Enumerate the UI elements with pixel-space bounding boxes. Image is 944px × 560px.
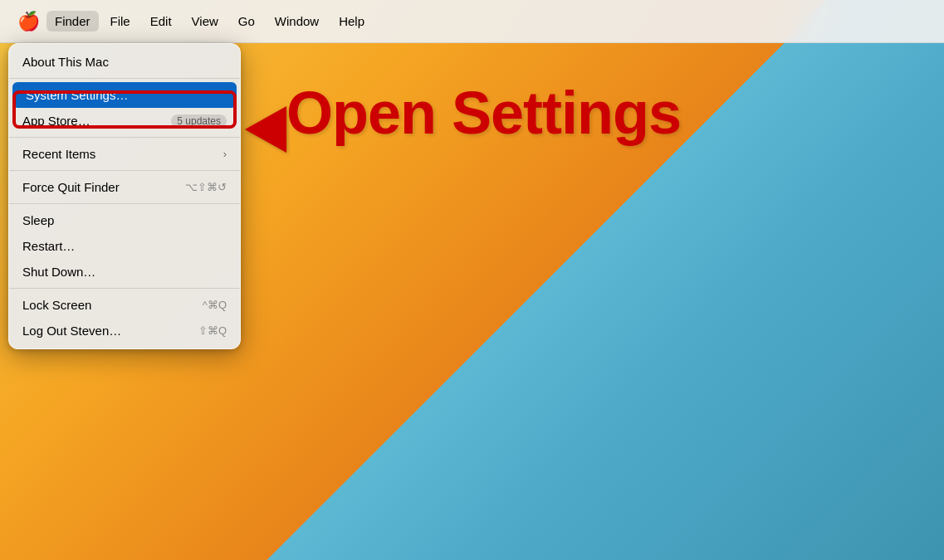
logout-shortcut: ⇧⌘Q: [198, 324, 227, 337]
menu-separator-2: [9, 137, 240, 138]
app-store-badge: 5 updates: [171, 114, 227, 128]
menubar-window[interactable]: Window: [267, 11, 327, 32]
lock-screen-shortcut: ^⌘Q: [203, 299, 227, 311]
menubar-view[interactable]: View: [183, 11, 227, 32]
recent-items-chevron: ›: [223, 148, 227, 160]
menubar-go[interactable]: Go: [230, 11, 263, 32]
menu-separator-3: [9, 170, 240, 171]
menu-item-about[interactable]: About This Mac: [9, 49, 240, 75]
menu-item-sleep[interactable]: Sleep: [9, 207, 240, 233]
menu-item-restart[interactable]: Restart…: [9, 233, 240, 259]
annotation-arrow: [245, 106, 286, 153]
about-label: About This Mac: [22, 55, 109, 69]
menubar-file[interactable]: File: [102, 11, 139, 32]
menu-item-force-quit[interactable]: Force Quit Finder ⌥⇧⌘↺: [9, 174, 240, 200]
apple-menu-button[interactable]: 🍎: [13, 7, 43, 37]
recent-items-label: Recent Items: [22, 147, 95, 161]
shutdown-label: Shut Down…: [22, 265, 95, 279]
apple-icon: 🍎: [17, 11, 40, 32]
menubar-edit[interactable]: Edit: [142, 11, 180, 32]
menubar-finder[interactable]: Finder: [46, 11, 99, 32]
menu-item-logout[interactable]: Log Out Steven… ⇧⌘Q: [9, 318, 240, 343]
menu-item-recent-items[interactable]: Recent Items ›: [9, 141, 240, 167]
menu-item-shutdown[interactable]: Shut Down…: [9, 259, 240, 285]
menu-separator-5: [9, 288, 240, 289]
menubar: 🍎 Finder File Edit View Go Window Help: [0, 0, 944, 43]
restart-label: Restart…: [22, 239, 75, 253]
arrow-icon: [245, 106, 286, 153]
system-settings-label: System Settings…: [26, 88, 128, 102]
menubar-help[interactable]: Help: [330, 11, 373, 32]
force-quit-label: Force Quit Finder: [22, 180, 120, 194]
open-settings-annotation: Open Settings: [286, 79, 681, 147]
sleep-label: Sleep: [22, 213, 54, 227]
lock-screen-label: Lock Screen: [22, 298, 91, 312]
menu-separator-4: [9, 203, 240, 204]
menu-separator-1: [9, 78, 240, 79]
menu-item-system-settings[interactable]: System Settings…: [12, 82, 237, 108]
app-store-label: App Store…: [22, 114, 90, 128]
menu-item-app-store[interactable]: App Store… 5 updates: [9, 108, 240, 134]
menu-item-lock-screen[interactable]: Lock Screen ^⌘Q: [9, 292, 240, 318]
logout-label: Log Out Steven…: [22, 324, 121, 338]
apple-dropdown-menu: About This Mac System Settings… App Stor…: [8, 43, 241, 349]
force-quit-shortcut: ⌥⇧⌘↺: [185, 181, 227, 193]
